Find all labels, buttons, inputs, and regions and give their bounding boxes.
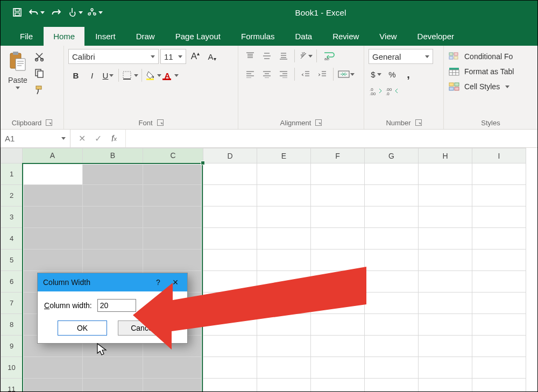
increase-indent-button[interactable]: [315, 67, 330, 81]
cell[interactable]: [203, 314, 257, 336]
borders-button[interactable]: [122, 68, 139, 82]
cell[interactable]: [365, 293, 419, 314]
cell[interactable]: [257, 314, 311, 336]
align-center-button[interactable]: [259, 67, 274, 81]
cell[interactable]: [257, 250, 311, 271]
tab-page-layout[interactable]: Page Layout: [166, 27, 230, 46]
cell[interactable]: [311, 163, 365, 185]
cell[interactable]: [419, 336, 472, 357]
cell[interactable]: [83, 357, 143, 379]
cell[interactable]: [143, 206, 203, 228]
cell[interactable]: [311, 379, 365, 392]
cell[interactable]: [23, 206, 83, 228]
cell[interactable]: [419, 314, 472, 336]
formula-input[interactable]: [125, 130, 537, 147]
column-header[interactable]: E: [257, 148, 311, 163]
cell[interactable]: [472, 206, 526, 228]
font-size-combo[interactable]: 11: [160, 49, 186, 64]
cell[interactable]: [83, 206, 143, 228]
cell[interactable]: [419, 293, 472, 314]
conditional-formatting-button[interactable]: Conditional Fo: [448, 51, 513, 62]
cell[interactable]: [365, 357, 419, 379]
cell[interactable]: [311, 293, 365, 314]
cell[interactable]: [143, 228, 203, 250]
cell[interactable]: [203, 357, 257, 379]
paste-button[interactable]: Paste: [5, 49, 31, 89]
column-header[interactable]: F: [311, 148, 365, 163]
cell[interactable]: [257, 293, 311, 314]
cell[interactable]: [311, 314, 365, 336]
cell[interactable]: [143, 250, 203, 271]
currency-button[interactable]: $: [369, 67, 384, 81]
dialog-launcher-icon[interactable]: [46, 119, 52, 126]
cell[interactable]: [203, 206, 257, 228]
cell[interactable]: [472, 250, 526, 271]
cell[interactable]: [472, 314, 526, 336]
cell[interactable]: [257, 379, 311, 392]
cell[interactable]: [311, 206, 365, 228]
help-button[interactable]: ?: [152, 278, 165, 287]
cell[interactable]: [472, 357, 526, 379]
cell[interactable]: [311, 228, 365, 250]
row-header[interactable]: 4: [1, 228, 23, 250]
tab-formulas[interactable]: Formulas: [231, 27, 285, 46]
dialog-titlebar[interactable]: Column Width ? ×: [38, 273, 187, 291]
tab-file[interactable]: File: [10, 27, 43, 46]
cell[interactable]: [257, 185, 311, 206]
cut-button[interactable]: [32, 49, 47, 64]
cell[interactable]: [472, 293, 526, 314]
cell[interactable]: [257, 336, 311, 357]
cancel-button[interactable]: Cancel: [118, 320, 167, 336]
tab-home[interactable]: Home: [44, 27, 84, 46]
cell[interactable]: [365, 185, 419, 206]
cell[interactable]: [203, 293, 257, 314]
comma-style-button[interactable]: ,: [401, 67, 416, 81]
cell[interactable]: [23, 163, 83, 185]
row-header[interactable]: 7: [1, 293, 23, 314]
touch-mode-button[interactable]: [66, 3, 84, 22]
cell[interactable]: [143, 163, 203, 185]
column-width-input[interactable]: [97, 299, 136, 312]
row-header[interactable]: 2: [1, 185, 23, 206]
dialog-launcher-icon[interactable]: [157, 119, 164, 126]
column-header[interactable]: A: [23, 148, 83, 163]
cell[interactable]: [203, 250, 257, 271]
cell[interactable]: [83, 163, 143, 185]
cell[interactable]: [257, 357, 311, 379]
font-color-button[interactable]: A: [163, 68, 180, 82]
select-all-corner[interactable]: [1, 148, 23, 163]
undo-button[interactable]: [27, 3, 46, 22]
cell[interactable]: [419, 163, 472, 185]
cell[interactable]: [203, 163, 257, 185]
tab-developer[interactable]: Developer: [408, 27, 464, 46]
name-box[interactable]: A1: [1, 130, 70, 147]
column-header[interactable]: C: [143, 148, 203, 163]
insert-function-button[interactable]: fx: [107, 132, 121, 146]
decrease-decimal-button[interactable]: .00.0: [385, 84, 400, 98]
cell[interactable]: [311, 250, 365, 271]
merge-center-button[interactable]: [337, 67, 355, 81]
italic-button[interactable]: I: [84, 68, 100, 82]
cell-styles-button[interactable]: Cell Styles: [448, 81, 509, 92]
cell[interactable]: [83, 228, 143, 250]
chevron-down-icon[interactable]: [98, 11, 103, 14]
cell[interactable]: [143, 185, 203, 206]
cell[interactable]: [23, 228, 83, 250]
cell[interactable]: [83, 379, 143, 392]
cancel-formula-button[interactable]: ✕: [75, 132, 89, 146]
row-header[interactable]: 10: [1, 357, 23, 379]
column-header[interactable]: H: [419, 148, 472, 163]
tab-draw[interactable]: Draw: [126, 27, 165, 46]
cell[interactable]: [257, 206, 311, 228]
cell[interactable]: [419, 185, 472, 206]
underline-button[interactable]: U: [101, 68, 116, 82]
increase-font-size-button[interactable]: A▴: [188, 49, 203, 63]
format-painter-button[interactable]: [32, 82, 47, 97]
cell[interactable]: [472, 336, 526, 357]
row-header[interactable]: 8: [1, 314, 23, 336]
cell[interactable]: [419, 357, 472, 379]
cell[interactable]: [257, 271, 311, 293]
cell[interactable]: [23, 185, 83, 206]
fill-color-button[interactable]: [145, 68, 162, 82]
cell[interactable]: [472, 163, 526, 185]
